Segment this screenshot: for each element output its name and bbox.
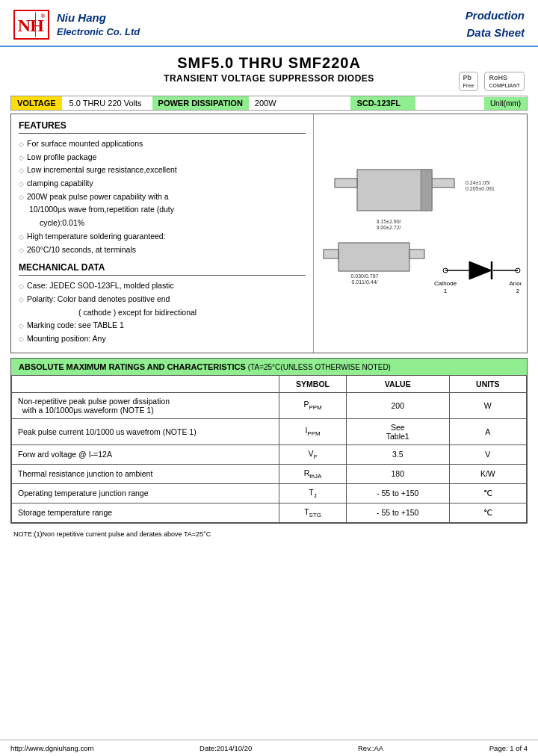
scd-label: SCD-123FL xyxy=(350,96,415,110)
voltage-label: VOLTAGE xyxy=(11,96,62,110)
feature-item: ◇ Low incremental surge resistance,excel… xyxy=(19,164,306,176)
row-units: ℃ xyxy=(449,503,526,522)
row-value: 3.5 xyxy=(346,444,449,464)
svg-text:0.205±0.091: 0.205±0.091 xyxy=(466,186,495,191)
row-symbol: PPPM xyxy=(279,392,347,418)
table-row: Non-repetitive peak pulse power dissipat… xyxy=(12,392,527,418)
diamond-icon: ◇ xyxy=(19,282,24,291)
unit-label: Unit(mm) xyxy=(484,97,527,110)
col-symbol: SYMBOL xyxy=(279,375,347,392)
diamond-icon: ◇ xyxy=(19,321,24,331)
svg-text:3.15±2.90/: 3.15±2.90/ xyxy=(376,219,401,224)
power-label: POWER DISSIPATION xyxy=(152,96,249,110)
row-value: - 55 to +150 xyxy=(346,503,449,522)
features-col: FEATURES ◇ For surface mounted applicati… xyxy=(11,114,314,353)
row-desc: Thermal resistance junction to ambient xyxy=(12,464,279,483)
row-units: K/W xyxy=(449,464,526,483)
note-text: NOTE:(1)Non repetitive current pulse and… xyxy=(10,528,528,540)
row-desc: Non-repetitive peak pulse power dissipat… xyxy=(12,392,279,418)
diamond-icon: ◇ xyxy=(19,179,24,189)
mech-item: ◇ Polarity: Color band denotes positive … xyxy=(19,294,306,305)
row-value: 200 xyxy=(346,392,449,418)
mech-item: ( cathode ) except for bidirectional xyxy=(78,307,306,318)
svg-rect-13 xyxy=(324,250,338,258)
svg-rect-7 xyxy=(421,170,432,211)
feature-item: ◇ For surface mounted applications xyxy=(19,138,306,149)
abs-max-header: ABSOLUTE MAXIMUM RATINGS AND CHARACTERIS… xyxy=(11,359,527,375)
table-row: Thermal resistance junction to ambient R… xyxy=(12,464,527,483)
row-symbol: IPPM xyxy=(279,418,347,444)
svg-text:Cathode: Cathode xyxy=(433,280,457,287)
svg-text:1: 1 xyxy=(443,288,447,294)
footer-date: Date:2014/10/20 xyxy=(200,744,252,752)
row-desc: Peak pulse current 10/1000 us wavefrom (… xyxy=(12,418,279,444)
svg-text:N: N xyxy=(18,16,31,35)
voltage-bar: VOLTAGE 5.0 THRU 220 Volts POWER DISSIPA… xyxy=(10,96,528,111)
row-symbol: RthJA xyxy=(279,464,347,483)
row-value: 180 xyxy=(346,464,449,483)
svg-text:®: ® xyxy=(41,12,46,19)
row-desc: Forw ard voltage @ I-=12A xyxy=(12,444,279,464)
diamond-icon: ◇ xyxy=(19,193,24,202)
diamond-icon: ◇ xyxy=(19,153,24,163)
logo-icon: N H ® xyxy=(13,10,49,40)
row-symbol: TSTG xyxy=(279,503,347,522)
table-row: Storage temperature range TSTG - 55 to +… xyxy=(12,503,527,522)
footer-page: Page: 1 of 4 xyxy=(489,744,528,752)
mech-item: ◇ Mounting position: Any xyxy=(19,333,306,344)
row-desc: Storage temperature range xyxy=(12,503,279,522)
col-desc xyxy=(12,375,279,392)
svg-rect-12 xyxy=(338,243,409,271)
feature-item: ◇ Low profile package xyxy=(19,152,306,163)
power-value: 200W xyxy=(249,96,282,110)
row-units: A xyxy=(449,418,526,444)
ratings-tbody: Non-repetitive peak pulse power dissipat… xyxy=(12,392,527,522)
svg-rect-5 xyxy=(335,179,357,188)
row-units: V xyxy=(449,444,526,464)
feature-item: cycle):0.01% xyxy=(40,217,306,229)
svg-text:0.011/0.44/: 0.011/0.44/ xyxy=(351,279,377,285)
svg-rect-6 xyxy=(432,179,454,188)
production-title: Production Data Sheet xyxy=(466,7,525,41)
features-diagram: FEATURES ◇ For surface mounted applicati… xyxy=(10,114,528,353)
svg-text:2: 2 xyxy=(516,288,519,294)
row-value: - 55 to +150 xyxy=(346,483,449,503)
features-title: FEATURES xyxy=(19,120,306,134)
row-desc: Operating temperature junction range xyxy=(12,483,279,503)
table-row: Operating temperature junction range TJ … xyxy=(12,483,527,503)
diamond-icon: ◇ xyxy=(19,166,24,176)
row-symbol: TJ xyxy=(279,483,347,503)
row-symbol: VF xyxy=(279,444,347,464)
mechanical-section: MECHANICAL DATA ◇ Case: JEDEC SOD-123FL,… xyxy=(19,262,306,344)
abs-max-section: ABSOLUTE MAXIMUM RATINGS AND CHARACTERIS… xyxy=(10,358,528,524)
mech-item: ◇ Case: JEDEC SOD-123FL, molded plastic xyxy=(19,280,306,291)
content-area: VOLTAGE 5.0 THRU 220 Volts POWER DISSIPA… xyxy=(0,91,538,545)
row-units: W xyxy=(449,392,526,418)
diamond-icon: ◇ xyxy=(19,335,24,344)
feature-item: ◇ High temperature soldering guaranteed: xyxy=(19,231,306,242)
svg-text:0.030/0.787: 0.030/0.787 xyxy=(350,273,378,279)
svg-text:0.24±1.05/: 0.24±1.05/ xyxy=(466,180,490,185)
page: N H ® Niu Hang Electronic Co. Ltd Produc… xyxy=(0,0,538,756)
package-diagram: 3.15±2.90/ 3.00±2.72/ 0.24±1.05/ 0.205±0… xyxy=(320,162,522,304)
table-row: Peak pulse current 10/1000 us wavefrom (… xyxy=(12,418,527,444)
ratings-table: SYMBOL VALUE UNITS Non-repetitive peak p… xyxy=(11,375,527,523)
svg-marker-19 xyxy=(469,261,492,279)
company-name: Niu Hang Electronic Co. Ltd xyxy=(57,10,140,39)
footer-url: http://www.dgniuhang.com xyxy=(10,744,93,752)
logo-area: N H ® Niu Hang Electronic Co. Ltd xyxy=(13,10,140,40)
diamond-icon: ◇ xyxy=(19,246,24,255)
pb-badge: PbFree xyxy=(459,72,479,91)
feature-item: ◇ 260°C/10 seconds, at terminals xyxy=(19,244,306,255)
diamond-icon: ◇ xyxy=(19,295,24,305)
header: N H ® Niu Hang Electronic Co. Ltd Produc… xyxy=(0,0,538,47)
diamond-icon: ◇ xyxy=(19,232,24,242)
mechanical-title: MECHANICAL DATA xyxy=(19,262,306,276)
footer-rev: Rev.:AA xyxy=(358,744,383,752)
col-value: VALUE xyxy=(346,375,449,392)
row-units: ℃ xyxy=(449,483,526,503)
feature-item: ◇ clamping capability xyxy=(19,178,306,189)
svg-rect-14 xyxy=(409,250,424,258)
table-header-row: SYMBOL VALUE UNITS xyxy=(12,375,527,392)
feature-item: ◇ 200W peak pulse power capability with … xyxy=(19,191,306,202)
